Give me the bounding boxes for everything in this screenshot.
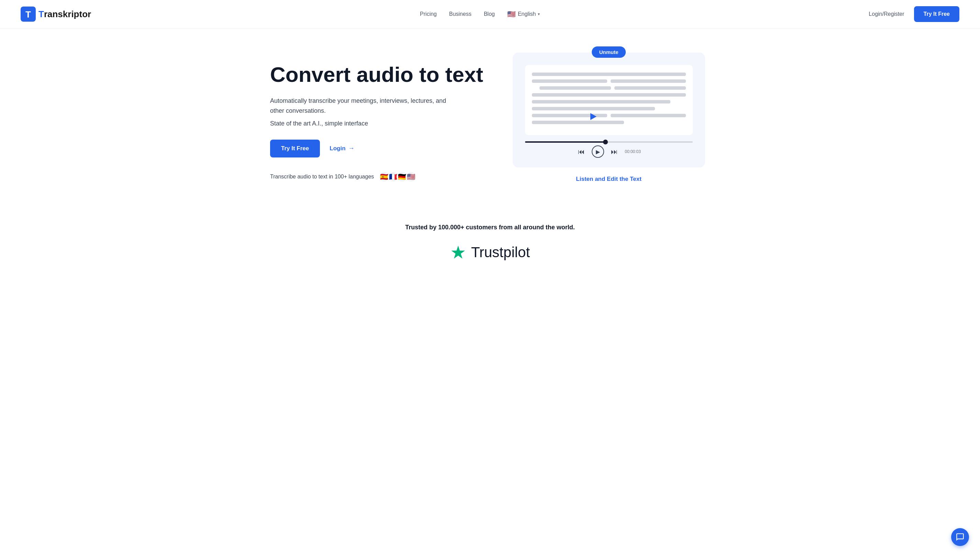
chat-icon	[956, 533, 965, 542]
hero-buttons: Try It Free Login →	[270, 140, 490, 158]
navbar: T Transkriptor Pricing Business Blog 🇺🇸 …	[0, 0, 980, 29]
progress-bar[interactable]	[525, 141, 693, 143]
hero-left: Convert audio to text Automatically tran…	[270, 53, 490, 182]
language-label: English	[518, 11, 536, 17]
flag-us: 🇺🇸	[406, 171, 417, 182]
timestamp: 00:00:03	[625, 149, 641, 154]
play-pause-button[interactable]: ▶	[592, 145, 604, 158]
trust-text: Trusted by 100.000+ customers from all a…	[14, 224, 966, 231]
progress-thumb	[603, 140, 608, 144]
trustpilot-row: ★ Trustpilot	[14, 242, 966, 263]
transcript-area	[525, 65, 693, 135]
flag-stack: 🇪🇸 🇫🇷 🇩🇪 🇺🇸	[379, 171, 417, 182]
hero-subtitle: Automatically transcribe your meetings, …	[270, 96, 449, 116]
hero-right: Unmute	[508, 53, 710, 182]
nav-blog[interactable]: Blog	[484, 11, 495, 17]
text-line-row-3	[532, 114, 686, 117]
play-cursor-icon	[591, 113, 597, 120]
try-it-free-button-hero[interactable]: Try It Free	[270, 140, 320, 158]
hero-feature: State of the art A.I., simple interface	[270, 120, 490, 127]
text-line-4	[532, 93, 686, 97]
trust-section: Trusted by 100.000+ customers from all a…	[0, 203, 980, 277]
text-line-row-1	[532, 80, 686, 83]
languages-row: Transcribe audio to text in 100+ languag…	[270, 171, 490, 182]
flag-icon: 🇺🇸	[507, 10, 516, 18]
trustpilot-label: Trustpilot	[471, 244, 530, 261]
language-selector[interactable]: 🇺🇸 English ▾	[507, 10, 540, 18]
login-button-hero[interactable]: Login →	[329, 145, 354, 152]
logo-icon: T	[21, 7, 36, 22]
text-line-row-2	[532, 86, 686, 90]
text-line-3b	[614, 86, 686, 90]
chat-bubble-button[interactable]	[951, 528, 969, 546]
svg-text:T: T	[26, 9, 31, 20]
text-line-5	[532, 100, 670, 104]
nav-right: Login/Register Try It Free	[869, 6, 959, 22]
login-label: Login	[329, 145, 346, 152]
rewind-button[interactable]: ⏮	[577, 147, 586, 157]
trustpilot-star-icon: ★	[450, 242, 466, 263]
player-controls: ⏮ ▶ ⏭ 00:00:03	[525, 141, 693, 158]
text-line-6	[532, 107, 655, 111]
languages-text: Transcribe audio to text in 100+ languag…	[270, 174, 374, 180]
logo[interactable]: T Transkriptor	[21, 7, 91, 22]
controls-row: ⏮ ▶ ⏭ 00:00:03	[577, 145, 641, 158]
login-register-link[interactable]: Login/Register	[869, 11, 904, 17]
unmute-button[interactable]: Unmute	[592, 46, 626, 58]
listen-edit-link[interactable]: Listen and Edit the Text	[576, 176, 641, 182]
hero-section: Convert audio to text Automatically tran…	[250, 29, 730, 203]
text-line-2a	[532, 80, 607, 83]
nav-links: Pricing Business Blog 🇺🇸 English ▾	[420, 10, 540, 18]
nav-business[interactable]: Business	[449, 11, 471, 17]
text-line-3a	[539, 86, 611, 90]
try-it-free-button-nav[interactable]: Try It Free	[914, 6, 959, 22]
demo-widget: Unmute	[513, 53, 705, 168]
chevron-down-icon: ▾	[538, 12, 540, 16]
hero-title: Convert audio to text	[270, 63, 490, 86]
fast-forward-button[interactable]: ⏭	[610, 147, 619, 157]
nav-pricing[interactable]: Pricing	[420, 11, 437, 17]
text-line-7b	[611, 114, 686, 117]
progress-fill	[525, 141, 605, 143]
text-line-8	[532, 121, 625, 124]
text-line-2b	[611, 80, 686, 83]
logo-text: Transkriptor	[39, 9, 91, 20]
text-line-1	[532, 73, 686, 76]
arrow-icon: →	[349, 145, 355, 152]
